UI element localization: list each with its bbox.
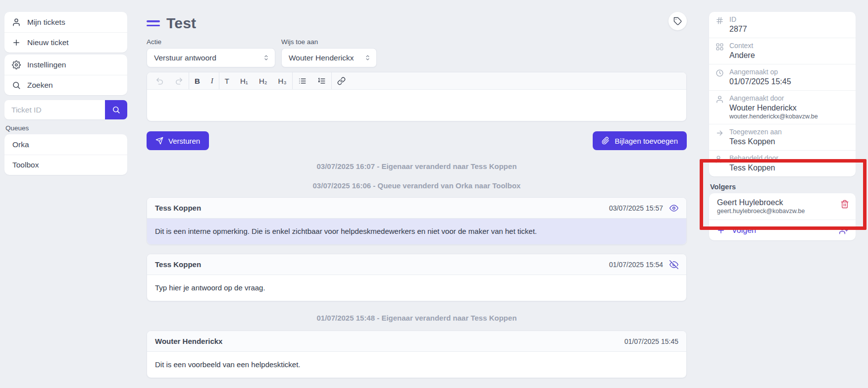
hash-icon xyxy=(715,16,724,25)
eye-icon[interactable] xyxy=(669,204,678,213)
assignee-select-value: Wouter Henderickx xyxy=(289,54,354,62)
heading3-button[interactable]: H₃ xyxy=(273,72,292,89)
sidebar-item-label: Zoeken xyxy=(27,81,53,90)
sidebar-item-nieuw-ticket[interactable]: Nieuw ticket xyxy=(4,32,127,53)
message-author: Wouter Henderickx xyxy=(155,337,222,345)
search-icon xyxy=(12,81,21,90)
timeline-entry: 03/07/2025 16:06 - Queue veranderd van O… xyxy=(147,181,687,190)
message-header: Tess Koppen 01/07/2025 15:54 xyxy=(147,254,686,275)
action-select-value: Verstuur antwoord xyxy=(154,54,216,62)
queue-item-toolbox[interactable]: Toolbox xyxy=(4,155,127,175)
ticket-search xyxy=(4,100,127,119)
ordered-list-icon[interactable] xyxy=(312,72,331,89)
ticket-header: Test xyxy=(147,14,687,33)
sidebar-item-mijn-tickets[interactable]: Mijn tickets xyxy=(4,12,127,32)
queues-list: Orka Toolbox xyxy=(4,134,127,175)
redo-icon[interactable] xyxy=(169,72,189,89)
detail-row-context: Context Andere xyxy=(709,38,856,64)
trash-icon[interactable] xyxy=(840,200,849,209)
message-timestamp: 01/07/2025 15:54 xyxy=(609,261,663,269)
detail-row-handled-by: Behandeld door Tess Koppen xyxy=(709,150,856,176)
search-icon xyxy=(112,106,120,114)
assignee-select[interactable]: Wouter Henderickx xyxy=(281,48,377,67)
sidebar-item-instellingen[interactable]: Instellingen xyxy=(4,55,127,75)
italic-button[interactable]: I xyxy=(205,72,219,89)
message-body: Dit is een interne opmerking. Die is enk… xyxy=(147,219,686,244)
editor-toolbar: B I T H₁ H₂ H₃ xyxy=(147,72,686,90)
queues-heading: Queues xyxy=(5,124,127,132)
grid-icon xyxy=(715,43,724,51)
undo-icon[interactable] xyxy=(150,72,169,89)
gear-icon xyxy=(12,60,21,69)
sidebar-item-zoeken[interactable]: Zoeken xyxy=(4,75,127,95)
queue-item-orka[interactable]: Orka xyxy=(4,134,127,155)
ticket-details-card: ID 2877 Context Andere Aangemaakt op 01/… xyxy=(709,12,856,176)
add-attachments-button[interactable]: Bijlagen toevoegen xyxy=(593,131,687,150)
message-card: Tess Koppen 01/07/2025 15:54 Typ hier je… xyxy=(147,254,687,301)
followers-card: Geert Huylebroeck geert.huylebroeck@koba… xyxy=(709,193,856,240)
eye-off-icon[interactable] xyxy=(669,260,678,269)
helpdesk-app: Mijn tickets Nieuw ticket Instellingen xyxy=(0,0,868,378)
sidebar-item-label: Nieuw ticket xyxy=(27,38,69,47)
timeline-entry: 03/07/2025 16:07 - Eigenaar veranderd na… xyxy=(147,162,687,170)
action-label: Actie xyxy=(147,38,275,46)
text-style-button[interactable]: T xyxy=(219,72,235,89)
ticket-main: Test Actie Verstuur antwoord Wijs toe aa… xyxy=(147,11,687,378)
follow-button[interactable]: Volgen xyxy=(709,220,856,240)
message-card: Tess Koppen 03/07/2025 15:57 Dit is een … xyxy=(147,197,687,245)
detail-row-created-by: Aangemaakt door Wouter Henderickx wouter… xyxy=(709,90,856,124)
follower-item: Geert Huylebroeck geert.huylebroeck@koba… xyxy=(709,193,856,220)
action-buttons: Versturen Bijlagen toevoegen xyxy=(147,131,687,150)
ticket-details-panel: ID 2877 Context Andere Aangemaakt op 01/… xyxy=(709,11,856,240)
action-field: Actie Verstuur antwoord xyxy=(147,38,275,67)
title-lines-icon xyxy=(147,20,160,26)
user-plus-icon xyxy=(839,226,848,235)
follower-name: Geert Huylebroeck xyxy=(717,197,833,208)
message-body: Dit is een voorbeeld van een helpdesktic… xyxy=(147,352,686,378)
sidebar: Mijn tickets Nieuw ticket Instellingen xyxy=(4,11,127,175)
plus-icon xyxy=(716,226,725,235)
heading2-button[interactable]: H₂ xyxy=(254,72,273,89)
plus-icon xyxy=(12,38,21,47)
message-author: Tess Koppen xyxy=(155,204,201,212)
follow-label: Volgen xyxy=(732,226,756,235)
send-button[interactable]: Versturen xyxy=(147,131,209,150)
clock-icon xyxy=(715,69,724,77)
ticket-search-button[interactable] xyxy=(105,100,127,119)
reply-textarea[interactable] xyxy=(147,90,686,121)
bullet-list-icon[interactable] xyxy=(293,72,312,89)
chevron-up-down-icon xyxy=(262,54,270,61)
message-author: Tess Koppen xyxy=(155,260,201,269)
tag-button[interactable] xyxy=(668,12,687,30)
message-header: Wouter Henderickx 01/07/2025 15:45 xyxy=(147,331,686,352)
detail-row-created-at: Aangemaakt op 01/07/2025 15:45 xyxy=(709,64,856,90)
detail-row-assigned-to: Toegewezen aan Tess Koppen xyxy=(709,124,856,150)
message-card: Wouter Henderickx 01/07/2025 15:45 Dit i… xyxy=(147,331,687,378)
bold-button[interactable]: B xyxy=(189,72,205,89)
paperclip-icon xyxy=(602,137,610,145)
message-header: Tess Koppen 03/07/2025 15:57 xyxy=(147,198,686,219)
user-icon xyxy=(12,18,21,27)
heading1-button[interactable]: H₁ xyxy=(235,72,254,89)
page-title: Test xyxy=(166,15,196,32)
assign-field: Wijs toe aan Wouter Henderickx xyxy=(281,38,377,67)
message-timestamp: 01/07/2025 15:45 xyxy=(624,337,678,345)
sidebar-item-label: Mijn tickets xyxy=(27,18,65,27)
tag-icon xyxy=(673,17,682,26)
creator-email: wouter.henderickx@kobavzw.be xyxy=(729,113,850,120)
followers-heading: Volgers xyxy=(710,183,856,191)
action-select[interactable]: Verstuur antwoord xyxy=(147,48,275,67)
sidebar-item-label: Instellingen xyxy=(27,60,66,69)
paper-plane-icon xyxy=(155,137,163,145)
reply-editor: B I T H₁ H₂ H₃ xyxy=(147,72,687,121)
message-body: Typ hier je antwoord op de vraag. xyxy=(147,275,686,301)
assign-label: Wijs toe aan xyxy=(281,38,377,46)
sidebar-menu-group-bottom: Instellingen Zoeken xyxy=(4,55,127,95)
follower-email: geert.huylebroeck@kobavzw.be xyxy=(717,208,833,215)
link-icon[interactable] xyxy=(332,72,351,89)
user-gear-icon xyxy=(715,155,724,164)
user-icon xyxy=(715,95,724,104)
sidebar-menu-group-top: Mijn tickets Nieuw ticket xyxy=(4,12,127,53)
timeline-entry: 01/07/2025 15:48 - Eigenaar veranderd na… xyxy=(147,314,687,322)
ticket-id-input[interactable] xyxy=(4,100,105,119)
